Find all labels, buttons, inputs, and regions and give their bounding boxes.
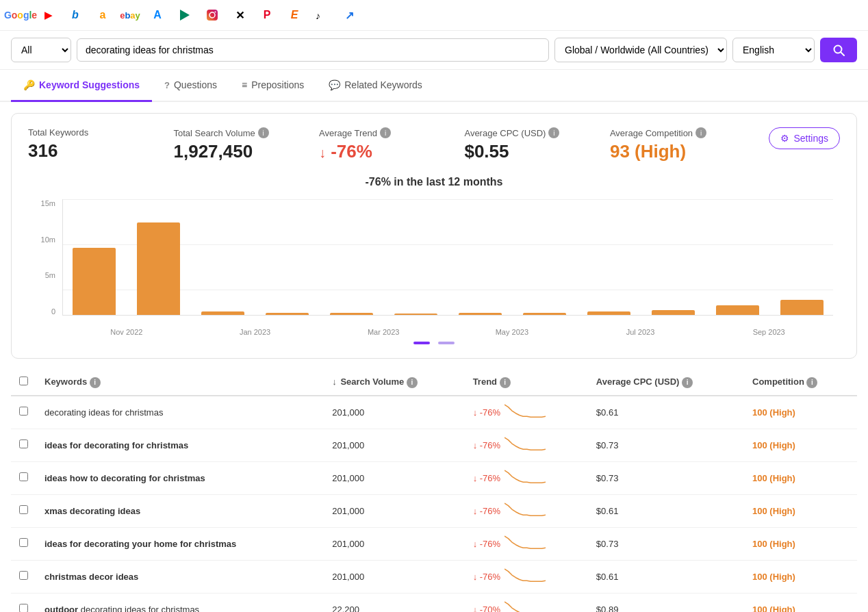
select-all-checkbox[interactable]: [19, 377, 28, 385]
row-keyword: ideas how to decorating for christmas: [36, 461, 324, 494]
row-competition: 100 (High): [744, 560, 857, 593]
bar-mar2023: [320, 199, 383, 315]
row-cpc: $0.73: [588, 429, 744, 461]
nav-google[interactable]: Google: [11, 5, 30, 25]
row-trend: ↓ -76%: [465, 396, 588, 429]
average-competition-info[interactable]: i: [695, 127, 706, 138]
stat-average-trend: Average Trend i ↓ -76%: [319, 127, 464, 162]
svg-text:♪: ♪: [316, 10, 320, 21]
nav-amazon[interactable]: a: [93, 5, 112, 25]
row-keyword: ideas for decorating your home for chris…: [36, 527, 324, 560]
tab-prepositions[interactable]: ≡ Prepositions: [229, 70, 316, 102]
row-cpc: $0.61: [588, 560, 744, 593]
row-trend: ↓ -76%: [465, 461, 588, 494]
row-checkbox-input[interactable]: [19, 604, 28, 612]
bar-may2023: [449, 199, 511, 315]
bar-jan2023-bar: [201, 311, 245, 315]
keywords-info-icon[interactable]: i: [90, 377, 101, 388]
header-search-volume: ↓ Search Volume i: [324, 370, 464, 396]
search-type-select[interactable]: All Web Images News: [11, 38, 71, 62]
row-checkbox-input[interactable]: [19, 407, 28, 416]
tab-bar: 🔑 Keyword Suggestions ? Questions ≡ Prep…: [0, 70, 868, 102]
total-keywords-label: Total Keywords: [28, 127, 173, 138]
row-trend: ↓ -76%: [465, 429, 588, 461]
table-row: ideas for decorating for christmas 201,0…: [11, 429, 857, 461]
table-header: Keywords i ↓ Search Volume i Trend i Ave…: [11, 370, 857, 396]
keyword-suggestions-icon: 🔑: [23, 79, 35, 90]
total-search-volume-value: 1,927,450: [173, 141, 318, 162]
search-volume-info-icon[interactable]: i: [407, 377, 418, 388]
total-search-volume-info[interactable]: i: [258, 127, 269, 138]
row-keyword: outdoor decorating ideas for christmas: [36, 593, 324, 612]
nav-instagram[interactable]: [203, 5, 222, 25]
row-checkbox-input[interactable]: [19, 571, 28, 580]
row-trend: ↓ -70%: [465, 593, 588, 612]
stat-average-cpc: Average CPC (USD) i $0.55: [464, 127, 609, 162]
chart-legend: [28, 342, 840, 344]
cpc-info-icon[interactable]: i: [682, 377, 693, 388]
row-checkbox: [11, 560, 36, 593]
chart-bars-area: [62, 199, 833, 316]
average-trend-label: Average Trend i: [319, 127, 464, 138]
bar-feb2023: [256, 199, 318, 315]
row-search-volume: 201,000: [324, 527, 464, 560]
y-label-5m: 5m: [45, 271, 55, 279]
table-row: ideas for decorating your home for chris…: [11, 527, 857, 560]
trend-down-label: ↓ -76%: [473, 572, 500, 582]
competition-info-icon[interactable]: i: [806, 377, 817, 388]
nav-appstore[interactable]: A: [148, 5, 167, 25]
trend-sparkline: [505, 568, 546, 586]
row-checkbox-input[interactable]: [19, 439, 28, 448]
row-checkbox-input[interactable]: [19, 505, 28, 514]
language-select[interactable]: English Spanish French: [732, 38, 815, 62]
table-body: decorating ideas for christmas 201,000 ↓…: [11, 396, 857, 613]
bar-sep2023: [706, 199, 769, 315]
trend-down-label: ↓ -70%: [473, 604, 500, 613]
nav-playstore[interactable]: [175, 5, 194, 25]
stat-average-competition: Average Competition i 93 (High): [610, 127, 755, 162]
trend-sparkline: [505, 403, 546, 422]
nav-bing[interactable]: b: [66, 5, 85, 25]
svg-rect-1: [207, 10, 218, 21]
prepositions-icon: ≡: [242, 79, 247, 90]
trend-sparkline: [505, 502, 546, 520]
keywords-table: Keywords i ↓ Search Volume i Trend i Ave…: [11, 370, 857, 612]
nav-ebay[interactable]: ebay: [120, 5, 140, 25]
row-search-volume: 201,000: [324, 494, 464, 527]
average-trend-info[interactable]: i: [380, 127, 391, 138]
header-trend: Trend i: [465, 370, 588, 396]
tab-questions[interactable]: ? Questions: [152, 70, 229, 102]
search-input[interactable]: [77, 38, 549, 62]
row-keyword: christmas decor ideas: [36, 560, 324, 593]
chart-y-labels: 15m 10m 5m 0: [28, 199, 61, 316]
settings-button[interactable]: ⚙ Settings: [769, 127, 840, 149]
nav-youtube[interactable]: ▶: [38, 5, 58, 25]
trend-info-icon[interactable]: i: [500, 377, 511, 388]
row-keyword: xmas decorating ideas: [36, 494, 324, 527]
x-label-nov2022: Nov 2022: [62, 328, 191, 336]
nav-tiktok[interactable]: ♪: [312, 5, 331, 25]
nav-pinterest[interactable]: P: [257, 5, 277, 25]
bar-may2023-bar: [459, 313, 502, 315]
average-cpc-info[interactable]: i: [548, 127, 559, 138]
tab-related-keywords-label: Related Keywords: [344, 79, 422, 90]
main-content: Total Keywords 316 Total Search Volume i…: [0, 102, 868, 612]
stat-total-keywords: Total Keywords 316: [28, 127, 173, 162]
average-competition-label: Average Competition i: [610, 127, 755, 138]
row-checkbox-input[interactable]: [19, 472, 28, 481]
y-label-15m: 15m: [41, 199, 55, 207]
search-button[interactable]: [820, 38, 857, 62]
tab-related-keywords[interactable]: 💬 Related Keywords: [316, 70, 435, 102]
tab-keyword-suggestions[interactable]: 🔑 Keyword Suggestions: [11, 70, 152, 102]
header-competition: Competition i: [744, 370, 857, 396]
row-competition: 100 (High): [744, 593, 857, 612]
row-checkbox-input[interactable]: [19, 538, 28, 547]
table-row: xmas decorating ideas 201,000 ↓ -76% $0.…: [11, 494, 857, 527]
questions-icon: ?: [164, 80, 170, 90]
chart-title: -76% in the last 12 months: [28, 176, 840, 188]
nav-trends[interactable]: ↗: [340, 5, 359, 25]
bar-jul2023: [578, 199, 640, 315]
nav-twitter[interactable]: ✕: [230, 5, 249, 25]
location-select[interactable]: Global / Worldwide (All Countries) Unite…: [554, 38, 727, 62]
nav-etsy[interactable]: E: [285, 5, 304, 25]
